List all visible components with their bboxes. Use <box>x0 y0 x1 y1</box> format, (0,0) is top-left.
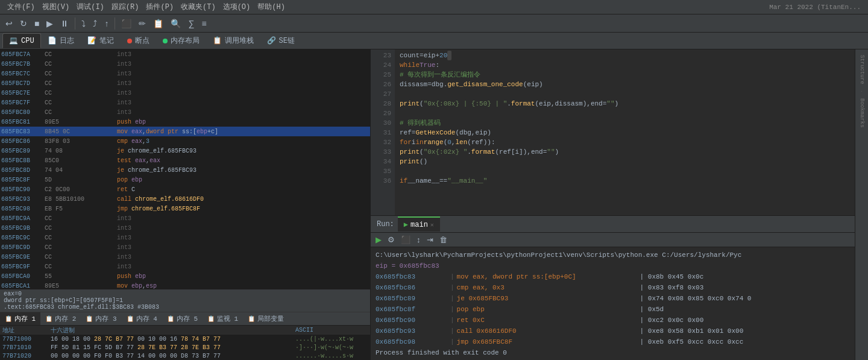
tab-log[interactable]: 📄 日志 <box>41 33 81 49</box>
toolbar-edit[interactable]: ✏ <box>136 17 149 30</box>
disasm-row[interactable]: 685FBC9ACCint3 <box>0 213 370 223</box>
memory-tab-内存4[interactable]: 📋 内存 4 <box>122 312 162 325</box>
disasm-row[interactable]: 685FBC7ECCint3 <box>0 88 370 98</box>
disasm-row[interactable]: 685FBC9FCCint3 <box>0 262 370 271</box>
toolbar-search[interactable]: 🔍 <box>168 17 184 30</box>
run-line-pipe: | <box>450 293 454 304</box>
memory-content: 地址 十六进制 ASCII 77B71000 16 00 18 00 28 7C… <box>0 326 370 360</box>
disasm-row[interactable]: 685FBCA189E5mov ebp,esp <box>0 281 370 289</box>
run-line-instr: cmp eax, 0x3 <box>457 282 638 293</box>
code-line: print("0x{:08x} | {:50} | ".format(eip, … <box>400 99 850 109</box>
tab-memory-layout[interactable]: 内存布局 <box>156 33 206 49</box>
line-numbers: 2324252627282930313233343536 <box>371 49 395 215</box>
toolbar-copy[interactable]: 📋 <box>150 17 166 30</box>
disasm-row[interactable]: 685FBC8189E5push ebp <box>0 117 370 127</box>
run-trash-btn[interactable]: 🗑 <box>437 234 450 245</box>
memory-tab-局部变量[interactable]: 📋 局部变量 <box>243 312 289 325</box>
tab-cpu[interactable]: 💻 CPU <box>2 33 41 48</box>
toolbar-ref[interactable]: ≡ <box>198 17 209 30</box>
memory-tab-监视1[interactable]: 📋 监视 1 <box>203 312 243 325</box>
memory-tab-内存2[interactable]: 📋 内存 2 <box>40 312 81 325</box>
disasm-instr: int3 <box>117 215 369 222</box>
menu-fav[interactable]: 收藏夹(T) <box>177 2 219 12</box>
run-output-line: 0x685fbc8f | pop ebp | 0x5d <box>376 304 850 315</box>
tab-note[interactable]: 📝 笔记 <box>81 33 121 49</box>
disasm-addr: 685FBC9E <box>1 254 45 261</box>
disasm-row[interactable]: 685FBC8683F8 03cmp eax,3 <box>0 136 370 146</box>
mem-header-hex: 十六进制 <box>51 326 295 335</box>
toolbar-back[interactable]: ↩ <box>2 17 16 30</box>
toolbar-step-into[interactable]: ⤵ <box>78 17 89 30</box>
memory-tab-bar: 📋 内存 1📋 内存 2📋 内存 3📋 内存 4📋 内存 5📋 监视 1📋 局部… <box>0 312 370 326</box>
menu-debug[interactable]: 调试(I) <box>73 2 108 12</box>
disasm-row[interactable]: 685FBC98EB F5jmp chrome_elf.685FBC8F <box>0 204 370 213</box>
run-tab-icon: ▶ <box>404 220 408 229</box>
run-stop-btn[interactable]: ⬛ <box>398 234 413 245</box>
toolbar-run[interactable]: ▶ <box>43 17 56 30</box>
menu-plugin[interactable]: 插件(P) <box>142 2 177 12</box>
close-tab-icon[interactable]: ✕ <box>430 221 434 229</box>
mem-row-ascii: ......·w.....s·w <box>295 353 368 359</box>
disasm-addr: 685FBC8F <box>1 177 45 183</box>
run-scroll-btn[interactable]: ↕ <box>414 234 423 245</box>
toolbar-pause[interactable]: ⏸ <box>57 17 72 30</box>
disasm-row[interactable]: 685FBCA055push ebp <box>0 271 370 281</box>
disasm-row[interactable]: 685FBC9CCCint3 <box>0 233 370 242</box>
memory-row[interactable]: 77B71000 16 00 18 00 28 7C B7 77 00 10 0… <box>0 335 370 343</box>
structure-label[interactable]: Structure <box>858 52 866 87</box>
memory-row[interactable]: 77B71020 00 00 00 00 F0 F0 B3 77 14 00 0… <box>0 352 370 360</box>
disasm-row[interactable]: 685FBC8974 08je chrome_elf.685FBC93 <box>0 146 370 156</box>
menu-trace[interactable]: 跟踪(R) <box>108 2 143 12</box>
memory-row[interactable]: 77B71010 FF 5D 81 15 FC 5D B7 77 28 7E B… <box>0 343 370 352</box>
memory-tab-内存3[interactable]: 📋 内存 3 <box>81 312 121 325</box>
disasm-row[interactable]: 685FBC7BCCint3 <box>0 59 370 69</box>
disasm-row[interactable]: 685FBC8D74 04je chrome_elf.685FBC93 <box>0 165 370 175</box>
disasm-row[interactable]: 685FBC80CCint3 <box>0 107 370 117</box>
disasm-row[interactable]: 685FBC9BCCint3 <box>0 223 370 233</box>
run-line-instr: pop ebp <box>457 304 638 315</box>
toolbar-step-over[interactable]: ⤴ <box>90 17 100 30</box>
code-content[interactable]: count = eip + 20 while True: # 每次得到一条反汇编… <box>395 49 855 215</box>
disasm-row[interactable]: 685FBC838B45 0Cmov eax,dword ptr ss:[ebp… <box>0 127 370 136</box>
memory-tab-内存5[interactable]: 📋 内存 5 <box>162 312 203 325</box>
disasm-bytes: E8 5BB10100 <box>45 196 117 203</box>
toolbar-bp[interactable]: ⬛ <box>118 17 134 30</box>
run-settings-btn[interactable]: ⚙ <box>385 234 397 245</box>
toolbar-script[interactable]: ∑ <box>185 17 197 30</box>
menu-view[interactable]: 视图(V) <box>39 2 74 12</box>
disasm-row[interactable]: 685FBC7DCCint3 <box>0 78 370 88</box>
tab-se[interactable]: 🔗 SE链 <box>260 33 301 49</box>
run-tab-main[interactable]: ▶ main ✕ <box>398 216 440 232</box>
disasm-row[interactable]: 685FBC8B85C0test eax,eax <box>0 156 370 165</box>
code-line: for i in range(0, len(ref)): <box>400 137 850 147</box>
line-number: 26 <box>371 80 391 89</box>
disasm-row[interactable]: 685FBC93E8 5BB10100call chrome_elf.68616… <box>0 194 370 204</box>
bookmarks-label[interactable]: Bookmarks <box>858 95 866 131</box>
disasm-row[interactable]: 685FBC7FCCint3 <box>0 98 370 107</box>
memory-tab-内存1[interactable]: 📋 内存 1 <box>0 312 40 325</box>
run-output: C:\Users\lyshark\PycharmProjects\pythonP… <box>371 247 855 360</box>
toolbar-sep2 <box>115 17 115 30</box>
disasm-row[interactable]: 685FBC7CCCint3 <box>0 69 370 78</box>
disasm-row[interactable]: 685FBC90C2 0C00ret C <box>0 185 370 194</box>
tab-breakpoint[interactable]: 断点 <box>121 33 156 49</box>
disasm-row[interactable]: 685FBC7ACCint3 <box>0 49 370 59</box>
run-play-btn[interactable]: ▶ <box>373 234 384 245</box>
tab-callstack[interactable]: 📋 调用堆栈 <box>206 33 260 49</box>
disasm-row[interactable]: 685FBC8F5Dpop ebp <box>0 175 370 185</box>
run-wrap-btn[interactable]: ⇥ <box>424 234 436 245</box>
memory-tab-icon: 📋 <box>5 315 12 323</box>
toolbar-step-out[interactable]: ↑ <box>101 17 112 30</box>
disasm-row[interactable]: 685FBC9DCCint3 <box>0 242 370 252</box>
disasm-addr: 685FBC86 <box>1 138 45 145</box>
toolbar-stop[interactable]: ■ <box>31 17 42 30</box>
disasm-row[interactable]: 685FBC9ECCint3 <box>0 252 370 262</box>
menu-file[interactable]: 文件(F) <box>4 2 39 12</box>
menu-help[interactable]: 帮助(H) <box>254 2 289 12</box>
disasm-view[interactable]: 685FBC7ACCint3685FBC7BCCint3685FBC7CCCin… <box>0 49 370 289</box>
run-line-pipe: | <box>450 326 454 336</box>
disasm-bytes: EB F5 <box>45 206 117 212</box>
disasm-addr: 685FBC9B <box>1 225 45 232</box>
menu-options[interactable]: 选项(O) <box>219 2 254 12</box>
toolbar-forward[interactable]: ↻ <box>17 17 30 30</box>
